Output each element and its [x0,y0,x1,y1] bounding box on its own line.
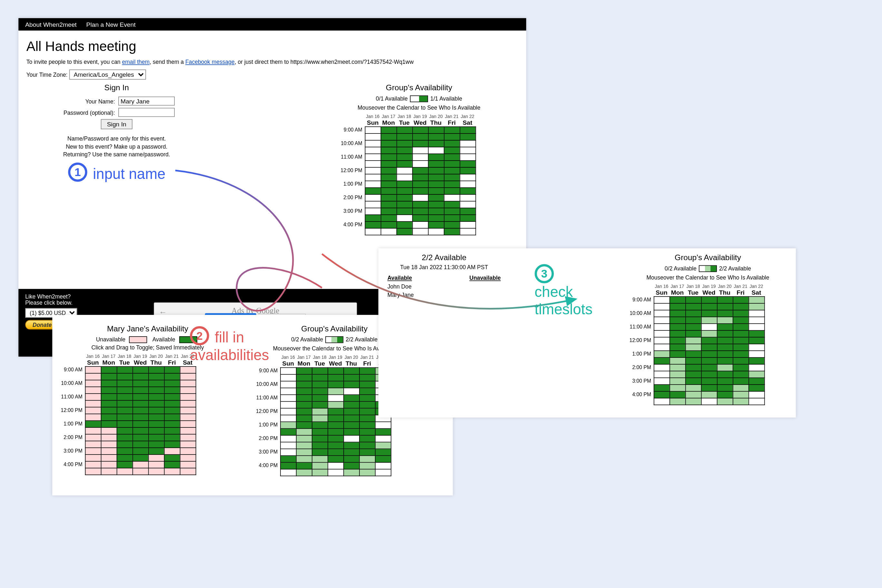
calendar-cell[interactable] [132,455,148,462]
calendar-cell[interactable] [748,338,764,344]
calendar-cell[interactable] [365,168,381,174]
calendar-cell[interactable] [748,392,764,399]
calendar-cell[interactable] [148,428,164,435]
calendar-cell[interactable] [312,463,327,470]
calendar-cell[interactable] [428,127,444,134]
calendar-cell[interactable] [396,154,412,161]
calendar-cell[interactable] [701,371,717,378]
calendar-cell[interactable] [654,324,669,331]
calendar-cell[interactable] [280,368,296,375]
calendar-cell[interactable] [327,456,344,463]
calendar-cell[interactable] [701,392,717,399]
calendar-cell[interactable] [180,394,196,401]
calendar-cell[interactable] [686,385,701,392]
calendar-cell[interactable] [396,228,412,236]
calendar-cell[interactable] [280,402,296,408]
calendar-cell[interactable] [365,141,381,147]
calendar-cell[interactable] [428,188,444,195]
calendar-cell[interactable] [101,435,117,441]
calendar-cell[interactable] [296,402,312,408]
calendar-cell[interactable] [296,395,312,402]
calendar-cell[interactable] [717,378,733,385]
calendar-cell[interactable] [359,368,375,375]
calendar-cell[interactable] [733,385,748,392]
calendar-cell[interactable] [148,414,164,421]
calendar-cell[interactable] [669,351,686,358]
calendar-cell[interactable] [101,408,117,414]
calendar-cell[interactable] [344,388,359,395]
calendar-cell[interactable] [733,358,748,364]
calendar-mine[interactable]: Jan 16SunJan 17MonJan 18TueJan 19WedJan … [60,354,236,475]
calendar-cell[interactable] [85,455,101,462]
calendar-cell[interactable] [101,462,117,468]
calendar-cell[interactable] [148,448,164,455]
calendar-cell[interactable] [444,134,460,141]
calendar-cell[interactable] [164,374,180,380]
calendar-cell[interactable] [327,408,344,415]
calendar-cell[interactable] [686,331,701,338]
calendar-cell[interactable] [733,351,748,358]
calendar-cell[interactable] [344,429,359,435]
calendar-cell[interactable] [428,147,444,154]
calendar-cell[interactable] [669,338,686,344]
calendar-cell[interactable] [701,351,717,358]
calendar-cell[interactable] [444,228,460,236]
nav-about[interactable]: About When2meet [25,21,76,28]
calendar-cell[interactable] [669,331,686,338]
calendar-cell[interactable] [396,161,412,168]
calendar-cell[interactable] [365,201,381,208]
calendar-cell[interactable] [654,371,669,378]
calendar-cell[interactable] [444,188,460,195]
calendar-cell[interactable] [669,399,686,405]
calendar-cell[interactable] [365,161,381,168]
calendar-cell[interactable] [375,449,391,456]
calendar-cell[interactable] [428,174,444,181]
calendar-cell[interactable] [381,228,396,236]
calendar-cell[interactable] [312,442,327,449]
calendar-cell[interactable] [148,374,164,380]
calendar-cell[interactable] [460,208,476,215]
calendar-cell[interactable] [748,378,764,385]
calendar-cell[interactable] [359,415,375,422]
calendar-cell[interactable] [375,463,391,470]
calendar-cell[interactable] [701,331,717,338]
calendar-cell[interactable] [132,428,148,435]
calendar-cell[interactable] [381,195,396,201]
calendar-cell[interactable] [180,462,196,468]
calendar-cell[interactable] [117,441,132,448]
calendar-cell[interactable] [280,422,296,429]
calendar-cell[interactable] [280,388,296,395]
calendar-cell[interactable] [359,429,375,435]
calendar-cell[interactable] [381,147,396,154]
calendar-cell[interactable] [148,367,164,374]
calendar-cell[interactable] [701,338,717,344]
calendar-cell[interactable] [701,358,717,364]
calendar-cell[interactable] [296,449,312,456]
calendar-cell[interactable] [344,408,359,415]
calendar-cell[interactable] [381,154,396,161]
calendar-cell[interactable] [748,310,764,317]
calendar-cell[interactable] [312,381,327,388]
calendar-cell[interactable] [164,414,180,421]
calendar-cell[interactable] [280,429,296,435]
calendar-cell[interactable] [359,388,375,395]
calendar-cell[interactable] [327,395,344,402]
calendar-cell[interactable] [375,470,391,476]
calendar-cell[interactable] [312,470,327,476]
calendar-cell[interactable] [101,387,117,394]
calendar-cell[interactable] [148,401,164,408]
calendar-cell[interactable] [444,161,460,168]
calendar-cell[interactable] [381,201,396,208]
calendar-cell[interactable] [460,174,476,181]
calendar-cell[interactable] [686,338,701,344]
calendar-cell[interactable] [654,310,669,317]
calendar-cell[interactable] [460,181,476,188]
calendar-cell[interactable] [396,174,412,181]
calendar-cell[interactable] [296,415,312,422]
calendar-cell[interactable] [396,181,412,188]
calendar-cell[interactable] [280,470,296,476]
calendar-cell[interactable] [686,317,701,324]
calendar-cell[interactable] [365,127,381,134]
calendar-cell[interactable] [717,385,733,392]
calendar-cell[interactable] [117,387,132,394]
